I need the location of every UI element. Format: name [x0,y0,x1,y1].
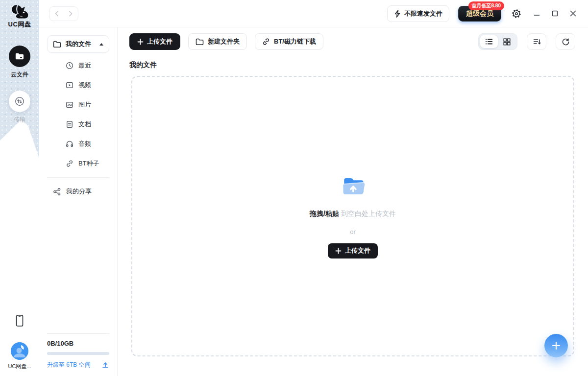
floating-add-button[interactable] [544,334,568,357]
dropzone-upload-button[interactable]: 上传文件 [328,243,378,258]
folder-icon [196,38,204,46]
squirrel-logo-icon [10,4,29,20]
my-shares-label: 我的分享 [66,187,92,196]
refresh-button[interactable] [556,33,575,50]
title-bar: 不限速发文件 超级会员 首月低至8.80 [39,0,588,27]
app-logo: UC网盘 [8,4,31,29]
sidebar-item-images[interactable]: 图片 [47,95,109,115]
dropzone-hint: 到空白处上传文件 [341,210,396,217]
refresh-icon [562,38,570,46]
folder-icon [53,41,61,48]
storage-progress-bar [47,352,109,355]
lightning-icon [394,10,401,18]
clock-icon [66,62,74,70]
list-view-button[interactable] [480,35,498,48]
new-folder-label: 新建文件夹 [208,37,240,46]
upload-file-button[interactable]: 上传文件 [129,33,180,50]
vip-label: 超级会员 [466,9,493,18]
vip-button[interactable]: 超级会员 首月低至8.80 [458,6,501,22]
sidebar-item-videos[interactable]: 视频 [47,75,109,95]
dropzone-upload-label: 上传文件 [345,246,370,255]
speed-send-button[interactable]: 不限速发文件 [387,5,449,22]
upgrade-storage-link[interactable]: 升级至 6TB 空间 [47,361,91,369]
close-button[interactable] [569,9,577,18]
list-view-icon [485,38,493,45]
plus-icon [137,39,144,45]
avatar [11,342,28,360]
minimize-button[interactable] [533,9,541,18]
left-rail: UC网盘 云文件 [0,0,39,376]
phone-icon [15,314,24,327]
dropzone-drag-label: 拖拽/粘贴 [310,210,339,217]
speed-send-label: 不限速发文件 [404,9,442,18]
folder-upload-icon [340,174,366,198]
sidebar-item-audio[interactable]: 音频 [47,134,109,154]
back-button[interactable] [52,9,61,19]
account[interactable]: UC网盘... [8,342,31,370]
sidebar-item-recent[interactable]: 最近 [47,56,109,75]
category-label: 文档 [78,120,91,129]
upload-file-label: 上传文件 [147,37,172,46]
transfer-icon [9,91,30,112]
image-icon [66,101,74,109]
rail-item-transfer[interactable]: 传输 [9,91,30,124]
bt-magnet-download-button[interactable]: BT/磁力链下载 [255,33,323,50]
window-controls [533,9,577,18]
view-toggle [478,33,517,50]
grid-view-icon [503,38,511,46]
grid-view-button[interactable] [498,35,515,48]
plus-icon [552,341,561,350]
sidebar-item-documents[interactable]: 文档 [47,115,109,134]
vip-badge: 首月低至8.80 [468,1,504,10]
sidebar-divider [47,177,109,178]
toolbar: 上传文件 新建文件夹 [118,27,588,50]
category-label: 图片 [78,100,91,109]
video-icon [66,81,74,89]
transfer-label: 传输 [14,116,25,124]
storage-usage: 0B/10GB [47,340,109,347]
nav-history-group [49,6,78,21]
storage-divider [47,333,109,334]
sidebar-item-bt-seeds[interactable]: BT种子 [47,154,109,173]
sidebar: 我的文件 最近 [39,27,118,376]
bt-magnet-download-label: BT/磁力链下载 [274,37,316,46]
sidebar-item-my-files[interactable]: 我的文件 [47,35,109,53]
document-icon [66,120,74,128]
sort-button[interactable] [527,33,546,50]
upload-export-icon[interactable] [101,361,109,369]
maximize-button[interactable] [551,9,559,18]
collapse-arrow-icon [99,43,103,46]
gear-icon [511,8,522,19]
storage-panel: 0B/10GB 升级至 6TB 空间 [47,333,109,369]
cloud-files-label: 云文件 [11,70,28,79]
category-label: BT种子 [78,159,99,168]
forward-button[interactable] [66,9,75,19]
new-folder-button[interactable]: 新建文件夹 [188,33,247,50]
main-panel: 上传文件 新建文件夹 [118,27,588,376]
audio-icon [66,140,74,148]
dropzone-or-label: or [350,228,356,235]
sort-icon [533,38,541,46]
category-label: 音频 [78,140,91,148]
share-icon [53,188,61,196]
settings-button[interactable] [510,7,523,20]
link-icon [66,160,74,167]
sidebar-item-my-shares[interactable]: 我的分享 [47,182,109,201]
plus-icon [335,248,342,254]
rail-item-cloud-files[interactable]: 云文件 [9,46,30,79]
logo-label: UC网盘 [8,20,31,29]
account-label: UC网盘... [8,363,31,370]
cloud-files-icon [9,46,30,67]
page-title: 我的文件 [129,61,588,70]
category-label: 视频 [78,81,91,90]
link-icon [262,38,270,46]
uc-drive-window: UC网盘 云文件 [0,0,588,376]
category-list: 最近 视频 [47,56,109,173]
my-files-label: 我的文件 [66,40,95,48]
mobile-app-button[interactable] [10,311,29,330]
upload-dropzone[interactable]: 拖拽/粘贴到空白处上传文件 or 上传文件 [131,76,574,356]
category-label: 最近 [78,61,91,70]
